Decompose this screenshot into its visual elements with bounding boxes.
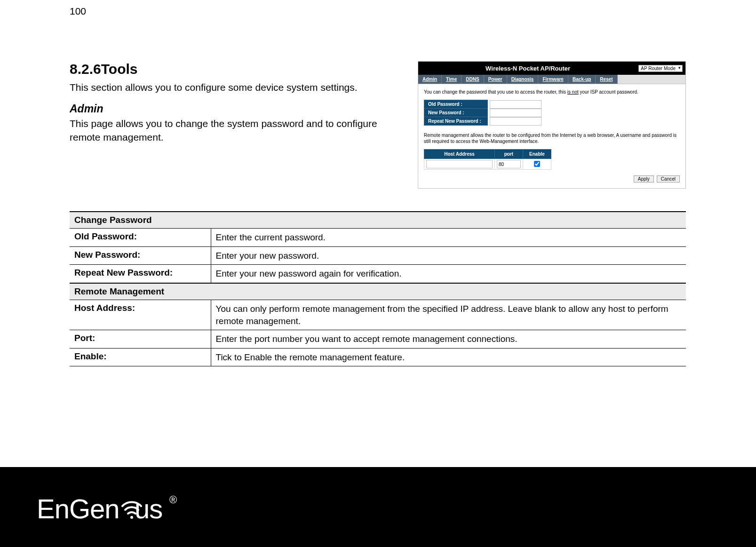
- row-enable-v: Tick to Enable the remote management fea…: [211, 348, 686, 366]
- tab-backup[interactable]: Back-up: [568, 75, 596, 84]
- tab-firmware[interactable]: Firmware: [538, 75, 568, 84]
- titlebar-text: Wireless-N Pocket AP/Router: [421, 65, 635, 72]
- rm-header-enable: Enable: [523, 150, 551, 159]
- row-new-password-v: Enter your new password.: [211, 246, 686, 265]
- row-port-v: Enter the port number you want to accept…: [211, 330, 686, 349]
- old-password-label: Old Password :: [424, 100, 488, 109]
- tab-bar: Admin Time DDNS Power Diagnosis Firmware…: [418, 75, 685, 84]
- section-description: This section allows you to configure som…: [70, 81, 399, 94]
- row-old-password-v: Enter the current password.: [211, 229, 686, 247]
- new-password-input[interactable]: [490, 109, 541, 117]
- old-password-input[interactable]: [490, 100, 541, 109]
- tab-reset[interactable]: Reset: [596, 75, 617, 84]
- remote-note: Remote management allows the router to b…: [424, 132, 680, 144]
- sub-heading: Admin: [70, 103, 399, 115]
- svg-point-0: [130, 516, 133, 519]
- section-heading: 8.2.6Tools: [70, 61, 399, 77]
- remote-mgmt-table: Host Address port Enable: [424, 149, 551, 170]
- cancel-button[interactable]: Cancel: [657, 175, 680, 182]
- rm-header-port: port: [495, 150, 523, 159]
- tab-admin[interactable]: Admin: [418, 75, 442, 84]
- tab-diagnosis[interactable]: Diagnosis: [507, 75, 539, 84]
- sub-description: This page allows you to change the syste…: [70, 117, 399, 144]
- rm-header-host: Host Address: [424, 150, 495, 159]
- port-input[interactable]: [497, 160, 521, 168]
- row-host-address-v: You can only perform remote management f…: [211, 300, 686, 330]
- repeat-password-label: Repeat New Password :: [424, 117, 488, 126]
- tab-ddns[interactable]: DDNS: [462, 75, 484, 84]
- tab-power[interactable]: Power: [484, 75, 507, 84]
- engenius-logo: EnGen us ®: [37, 488, 197, 526]
- new-password-label: New Password :: [424, 109, 488, 117]
- footer: EnGen us ®: [0, 467, 756, 547]
- enable-checkbox[interactable]: [534, 161, 540, 167]
- section2-title: Remote Management: [70, 283, 686, 300]
- section1-title: Change Password: [70, 212, 686, 229]
- row-repeat-password-k: Repeat New Password:: [70, 265, 211, 283]
- apply-button[interactable]: Apply: [634, 175, 654, 182]
- logo-text: EnGen: [37, 493, 119, 524]
- router-screenshot: Wireless-N Pocket AP/Router AP Router Mo…: [418, 61, 686, 189]
- page-number: 100: [70, 6, 86, 17]
- mode-dropdown[interactable]: AP Router Mode: [638, 65, 683, 72]
- repeat-password-input[interactable]: [490, 117, 541, 126]
- password-note: You can change the password that you use…: [424, 89, 680, 95]
- wifi-icon: EnGen us ®: [37, 488, 197, 526]
- svg-text:®: ®: [169, 494, 177, 506]
- row-host-address-k: Host Address:: [70, 300, 211, 330]
- svg-text:us: us: [135, 493, 162, 524]
- row-enable-k: Enable:: [70, 348, 211, 366]
- host-address-input[interactable]: [426, 160, 493, 168]
- row-new-password-k: New Password:: [70, 246, 211, 265]
- password-table: Old Password : New Password : Repeat New…: [424, 100, 542, 126]
- row-repeat-password-v: Enter your new password again for verifi…: [211, 265, 686, 283]
- description-table: Change Password Old Password: Enter the …: [70, 211, 686, 366]
- tab-time[interactable]: Time: [442, 75, 462, 84]
- row-port-k: Port:: [70, 330, 211, 349]
- row-old-password-k: Old Password:: [70, 229, 211, 247]
